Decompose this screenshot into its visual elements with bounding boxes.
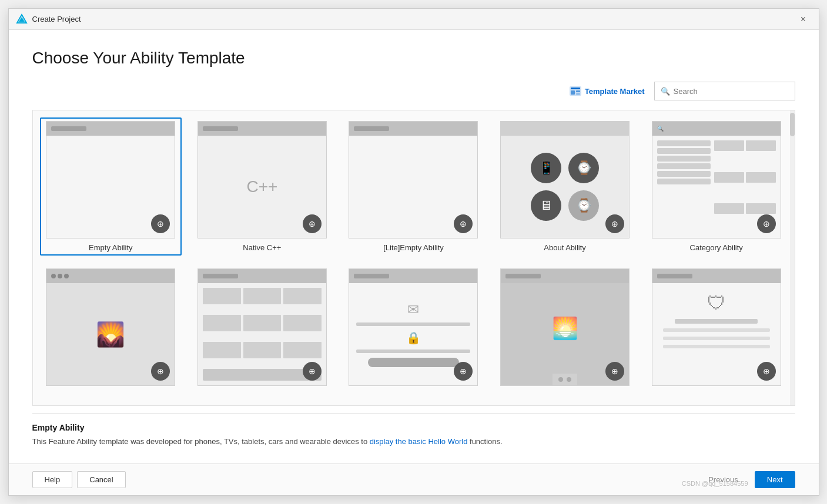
template-card-profile[interactable]: 🛡 ⊕	[645, 265, 788, 394]
profile-name-bar	[675, 319, 758, 324]
template-card-login[interactable]: ✉ 🔒 ⊕	[343, 265, 485, 394]
cat-cell-3	[714, 172, 744, 183]
description-area: Empty Ability This Feature Ability templ…	[32, 413, 795, 452]
cat-cell-1	[714, 140, 744, 151]
cat-search-icon: 🔍	[657, 126, 664, 132]
svg-rect-3	[571, 88, 580, 89]
badge-icon-image: ⊕	[157, 367, 164, 376]
profile-row-3	[663, 345, 770, 348]
thumb-body-grid: ⊕	[198, 283, 326, 385]
badge-icon-cpp: ⊕	[309, 219, 316, 229]
photo-image-area: 🌅	[552, 283, 578, 374]
template-card-lite-empty[interactable]: ⊕ [Lite]Empty Ability	[343, 117, 485, 256]
cat-row-4	[657, 163, 711, 169]
desc-text-after: functions.	[467, 437, 502, 446]
monitor-icon-circle: 🖥	[531, 190, 561, 221]
cat-row-3	[657, 156, 711, 162]
help-button[interactable]: Help	[32, 471, 73, 488]
scrollbar-thumb[interactable]	[790, 113, 795, 136]
thumb-badge: ⊕	[151, 214, 170, 233]
thumb-header-image	[46, 269, 175, 283]
template-name-empty: Empty Ability	[89, 243, 132, 252]
desc-link[interactable]: display the basic Hello World	[370, 437, 468, 446]
desc-text-before: This Feature Ability template was develo…	[32, 437, 370, 446]
badge-icon-photo: ⊕	[611, 367, 618, 376]
thumb-header-cpp	[198, 122, 326, 136]
search-input[interactable]	[674, 87, 789, 96]
thumb-body-profile: 🛡 ⊕	[652, 283, 781, 385]
watermark: CSDN @qq_51584559	[682, 480, 748, 487]
dialog-title: Create Project	[32, 15, 81, 23]
thumb-header-bar-cpp	[203, 126, 238, 131]
templates-grid-container: ⊕ Empty Ability C++	[32, 110, 795, 406]
thumb-body-cpp: C++ ⊕	[198, 136, 326, 238]
badge-icon-profile: ⊕	[763, 367, 770, 376]
toolbar: Template Market 🔍	[32, 82, 795, 100]
cat-row-2	[657, 148, 711, 154]
search-box[interactable]: 🔍	[654, 82, 795, 100]
close-button[interactable]: ×	[795, 11, 812, 28]
about-devices: 📱 ⌚ 🖥 ⌚	[531, 153, 599, 221]
svg-rect-4	[571, 90, 575, 95]
grid-cell-2	[243, 288, 282, 304]
footer-left: Help Cancel	[32, 471, 126, 488]
thumb-header	[46, 122, 175, 136]
description-title: Empty Ability	[32, 423, 795, 432]
template-card-image[interactable]: 🌄 ⊕	[40, 265, 182, 394]
template-market-button[interactable]: Template Market	[570, 86, 645, 96]
profile-row-1	[663, 328, 770, 332]
thumb-body-about: 📱 ⌚ 🖥 ⌚ ⊕	[501, 136, 629, 238]
template-thumb-photo: 🌅 ⊕	[500, 268, 630, 386]
template-card-native-cpp[interactable]: C++ ⊕ Native C++	[191, 117, 333, 256]
svg-rect-5	[576, 90, 580, 92]
tablet-icon-circle: ⌚	[568, 153, 599, 183]
market-icon	[570, 86, 581, 96]
dot-3	[64, 274, 69, 278]
thumb-body-category: ⊕	[652, 136, 781, 238]
template-thumb-lite: ⊕	[349, 121, 478, 238]
dialog-footer: Help Cancel Previous Next	[9, 463, 819, 495]
page-title: Choose Your Ability Template	[32, 49, 795, 68]
thumb-header-about	[501, 122, 629, 136]
cat-left	[657, 140, 711, 233]
grid-cell-3	[283, 288, 322, 304]
badge-icon-about: ⊕	[611, 219, 618, 229]
grid-cell-4	[203, 315, 241, 331]
thumb-header-photo	[501, 269, 629, 283]
description-text: This Feature Ability template was develo…	[32, 436, 795, 448]
thumb-badge-cpp: ⊕	[303, 214, 322, 233]
app-logo-icon	[16, 14, 28, 25]
badge-icon-login: ⊕	[460, 367, 467, 376]
template-card-category[interactable]: 🔍	[645, 117, 788, 256]
dialog-content: Choose Your Ability Template Template Ma…	[9, 30, 819, 463]
thumb-header-category: 🔍	[652, 122, 781, 136]
template-card-empty-ability[interactable]: ⊕ Empty Ability	[40, 117, 182, 256]
thumb-badge-profile: ⊕	[757, 362, 776, 381]
template-thumb-empty: ⊕	[46, 121, 175, 238]
thumb-header-bar	[51, 126, 86, 131]
create-project-dialog: Create Project × Choose Your Ability Tem…	[8, 8, 819, 496]
thumb-header-bar-grid	[203, 274, 238, 278]
thumb-header-bar-login	[354, 274, 389, 278]
thumb-header-lite	[349, 122, 477, 136]
cancel-button[interactable]: Cancel	[77, 471, 125, 488]
thumb-header-login	[349, 269, 477, 283]
thumb-body-login: ✉ 🔒 ⊕	[349, 283, 477, 385]
thumb-badge-category: ⊕	[757, 214, 776, 233]
template-name-about: About Ability	[544, 243, 586, 252]
login-bar-1	[356, 322, 470, 326]
template-thumb-about: 📱 ⌚ 🖥 ⌚ ⊕	[500, 121, 630, 238]
thumb-header-bar-profile	[657, 274, 692, 278]
thumb-header-bar-lite	[354, 126, 389, 131]
grid-cells	[203, 288, 322, 367]
template-card-photo[interactable]: 🌅 ⊕	[494, 265, 636, 394]
svg-rect-6	[576, 93, 580, 95]
next-button[interactable]: Next	[755, 471, 795, 488]
template-thumb-category: 🔍	[652, 121, 781, 238]
photo-dot-2	[567, 377, 571, 382]
template-card-about[interactable]: 📱 ⌚ 🖥 ⌚ ⊕ About Ability	[494, 117, 636, 256]
cpp-label: C++	[246, 177, 277, 196]
template-card-grid[interactable]: ⊕	[191, 265, 333, 394]
grid-cell-1	[203, 288, 241, 304]
grid-cell-7	[203, 342, 241, 358]
